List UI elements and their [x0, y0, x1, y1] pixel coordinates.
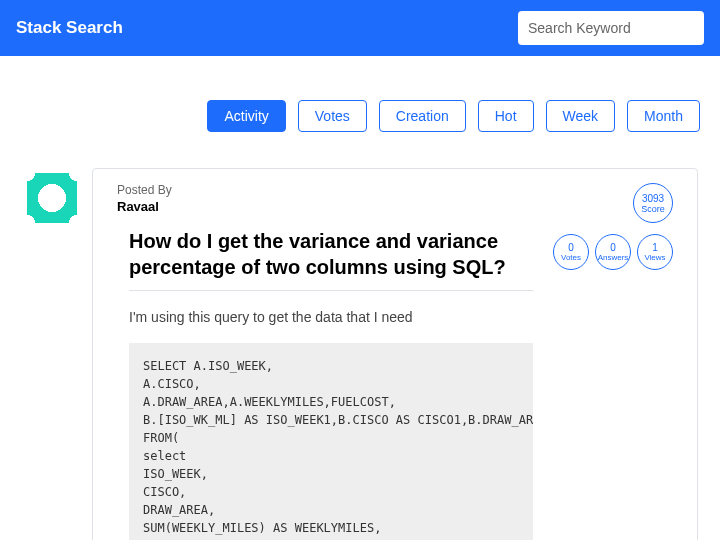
brand-title: Stack Search: [16, 18, 123, 38]
top-header: Stack Search: [0, 0, 720, 56]
author-name[interactable]: Ravaal: [117, 199, 673, 214]
score-label: Score: [641, 204, 665, 214]
stat-votes-value: 0: [568, 242, 574, 253]
divider: [129, 290, 533, 291]
post-stats: 0 Votes 0 Answers 1 Views: [553, 228, 673, 540]
tab-hot[interactable]: Hot: [478, 100, 534, 132]
stat-votes: 0 Votes: [553, 234, 589, 270]
tab-creation[interactable]: Creation: [379, 100, 466, 132]
tab-votes[interactable]: Votes: [298, 100, 367, 132]
post-title[interactable]: How do I get the variance and variance p…: [129, 228, 533, 280]
stat-answers-value: 0: [610, 242, 616, 253]
code-block: SELECT A.ISO_WEEK, A.CISCO, A.DRAW_AREA,…: [129, 343, 533, 540]
stat-votes-label: Votes: [561, 253, 581, 262]
score-value: 3093: [642, 193, 664, 204]
search-input[interactable]: [518, 11, 704, 45]
stat-views-value: 1: [652, 242, 658, 253]
stat-views-label: Views: [644, 253, 665, 262]
post-body: How do I get the variance and variance p…: [93, 228, 697, 540]
sort-tabs: Activity Votes Creation Hot Week Month: [10, 100, 700, 132]
main-content: Activity Votes Creation Hot Week Month P…: [0, 56, 720, 540]
tab-activity[interactable]: Activity: [207, 100, 285, 132]
score-badge: 3093 Score: [633, 183, 673, 223]
avatar: [27, 173, 77, 223]
tab-week[interactable]: Week: [546, 100, 616, 132]
post-main-column: How do I get the variance and variance p…: [129, 228, 533, 540]
stat-answers: 0 Answers: [595, 234, 631, 270]
post-card: Posted By Ravaal 3093 Score How do I get…: [92, 168, 698, 540]
stat-answers-label: Answers: [598, 253, 629, 262]
stat-views: 1 Views: [637, 234, 673, 270]
post-header: Posted By Ravaal 3093 Score: [93, 169, 697, 228]
post-intro: I'm using this query to get the data tha…: [129, 309, 533, 325]
tab-month[interactable]: Month: [627, 100, 700, 132]
posted-by-label: Posted By: [117, 183, 673, 197]
